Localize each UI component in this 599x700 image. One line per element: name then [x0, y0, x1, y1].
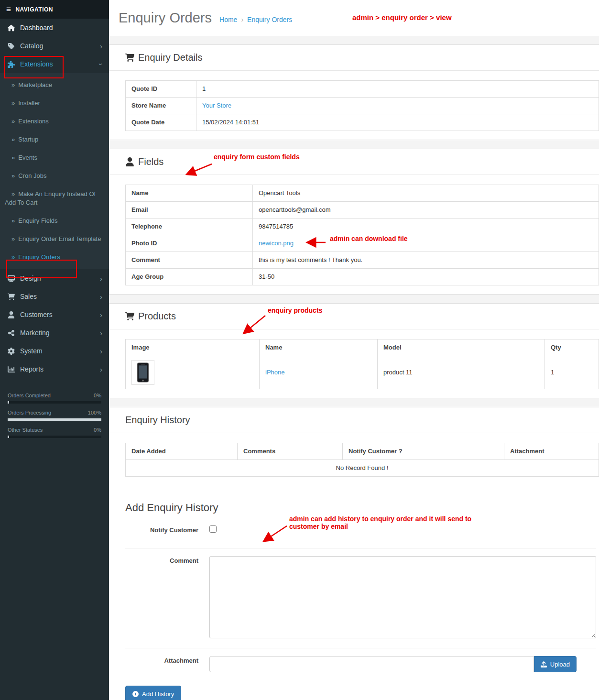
table-row: Quote ID 1: [126, 81, 599, 98]
annotation-enquiry-products: enquiry products: [268, 306, 322, 314]
submenu-item-label: Marketplace: [18, 81, 52, 88]
panel-title: Enquiry Details: [138, 52, 203, 63]
user-icon: [7, 311, 15, 318]
enquiry-history-table: Date Added Comments Notify Customer ? At…: [125, 443, 599, 477]
panel-title: Fields: [138, 156, 163, 167]
user-icon: [125, 157, 134, 166]
plus-circle-icon: [132, 691, 139, 697]
sidebar-item-design[interactable]: Design ›: [0, 269, 109, 287]
column-header: Qty: [545, 339, 599, 356]
home-icon: [7, 24, 15, 32]
breadcrumb-home-link[interactable]: Home: [219, 16, 237, 23]
row-label: Comment: [126, 252, 253, 269]
notify-customer-checkbox[interactable]: [209, 525, 217, 533]
add-history-button[interactable]: Add History: [125, 686, 181, 700]
row-value: Opencart Tools: [253, 185, 599, 202]
progress-bar: [8, 418, 101, 421]
submenu-item-enquiry-fields[interactable]: Enquiry Fields: [0, 212, 109, 230]
iphone-image: [137, 362, 149, 383]
table-row: Name Opencart Tools: [126, 185, 599, 202]
submenu-item-marketplace[interactable]: Marketplace: [0, 76, 109, 94]
submenu-item-extensions[interactable]: Extensions: [0, 112, 109, 131]
chevron-right-icon: ›: [100, 275, 102, 282]
attachment-input[interactable]: [209, 656, 534, 672]
attachment-group: Attachment Upload: [125, 648, 596, 680]
sidebar-item-label: System: [20, 347, 95, 355]
breadcrumb-enquiry-orders-link[interactable]: Enquiry Orders: [247, 16, 292, 23]
table-row: Age Group 31-50: [126, 269, 599, 285]
column-header: Comments: [238, 443, 343, 460]
hamburger-icon[interactable]: ≡: [6, 5, 11, 13]
submenu-item-startup[interactable]: Startup: [0, 131, 109, 149]
row-label: Email: [126, 202, 253, 219]
main-content: Enquiry Orders Home Enquiry Orders admin…: [109, 0, 599, 700]
monitor-icon: [7, 275, 15, 282]
table-row: Telephone 9847514785: [126, 219, 599, 235]
stat-value: 0%: [94, 427, 101, 433]
sidebar-item-customers[interactable]: Customers ›: [0, 306, 109, 324]
comment-group: Comment: [125, 548, 596, 648]
panel-title: Products: [138, 311, 176, 322]
sidebar-item-label: Extensions: [20, 60, 95, 68]
row-label: Name: [126, 185, 253, 202]
chevron-right-icon: ›: [100, 366, 102, 373]
submenu-item-label: Installer: [18, 99, 40, 107]
product-model: product 11: [378, 356, 545, 389]
enquiry-details-table: Quote ID 1 Store Name Your Store Quote D…: [125, 80, 599, 131]
add-history-button-label: Add History: [142, 690, 174, 698]
sidebar-item-reports[interactable]: Reports ›: [0, 360, 109, 378]
photo-id-download-link[interactable]: newicon.png: [259, 240, 294, 247]
submenu-item-events[interactable]: Events: [0, 149, 109, 167]
sidebar-item-extensions[interactable]: Extensions ›: [0, 55, 109, 73]
submenu-item-installer[interactable]: Installer: [0, 94, 109, 112]
row-label: Quote Date: [126, 114, 196, 131]
annotation-line: customer by email: [289, 523, 471, 530]
cart-icon: [7, 293, 15, 300]
store-name-link[interactable]: Your Store: [202, 102, 231, 109]
sidebar-item-system[interactable]: System ›: [0, 342, 109, 360]
product-name-link[interactable]: iPhone: [265, 369, 284, 376]
progress-bar: [8, 401, 101, 404]
navigation-title: NAVIGATION: [15, 6, 53, 13]
comment-textarea[interactable]: [209, 556, 596, 638]
sidebar-item-catalog[interactable]: Catalog ›: [0, 37, 109, 55]
annotation-add-history: admin can add history to enquiry order a…: [289, 515, 471, 530]
sidebar-item-label: Customers: [20, 311, 95, 318]
table-header-row: Date Added Comments Notify Customer ? At…: [126, 443, 599, 460]
submenu-item-cron-jobs[interactable]: Cron Jobs: [0, 167, 109, 185]
share-icon: [7, 329, 15, 337]
stat-label: Orders Completed: [8, 393, 51, 398]
product-qty: 1: [545, 356, 599, 389]
submenu-item-label: Enquiry Orders: [18, 253, 60, 261]
row-label: Telephone: [126, 219, 253, 235]
submenu-item-label: Startup: [18, 136, 38, 143]
row-value: opencarttools@gmail.com: [253, 202, 599, 219]
double-chevron-icon: [11, 172, 15, 179]
row-value: this is my test comments ! Thank you.: [253, 252, 599, 269]
sidebar-item-label: Catalog: [20, 42, 95, 50]
row-value: 15/02/2024 14:01:51: [196, 114, 599, 131]
enquiry-history-panel: Enquiry History Date Added Comments Noti…: [109, 407, 599, 700]
column-header: Image: [126, 339, 260, 356]
double-chevron-icon: [11, 81, 15, 88]
stat-label: Orders Processing: [8, 410, 51, 416]
products-heading: Products: [109, 304, 599, 329]
upload-button[interactable]: Upload: [534, 656, 577, 672]
double-chevron-icon: [11, 154, 15, 161]
table-row: Store Name Your Store: [126, 98, 599, 114]
submenu-item-make-an-enquiry[interactable]: Make An Enquiry Instead Of Add To Cart: [0, 185, 109, 212]
enquiry-details-heading: Enquiry Details: [109, 45, 599, 71]
sidebar-item-marketing[interactable]: Marketing ›: [0, 324, 109, 342]
enquiry-details-panel: Enquiry Details Quote ID 1 Store Name Yo…: [109, 44, 599, 140]
submenu-item-enquiry-order-email-template[interactable]: Enquiry Order Email Template: [0, 230, 109, 248]
sidebar-item-sales[interactable]: Sales ›: [0, 287, 109, 306]
sidebar-item-dashboard[interactable]: Dashboard: [0, 19, 109, 37]
annotation-custom-fields: enquiry form custom fields: [214, 153, 300, 161]
app-window: ≡ NAVIGATION Dashboard Catalog ›: [0, 0, 599, 700]
submenu-item-enquiry-orders[interactable]: Enquiry Orders: [0, 248, 109, 266]
annotation-line: admin can add history to enquiry order a…: [289, 515, 471, 523]
column-header: Notify Customer ?: [343, 443, 504, 460]
column-header: Model: [378, 339, 545, 356]
double-chevron-icon: [11, 190, 15, 197]
fields-panel: Fields Name Opencart Tools Email opencar…: [109, 149, 599, 295]
